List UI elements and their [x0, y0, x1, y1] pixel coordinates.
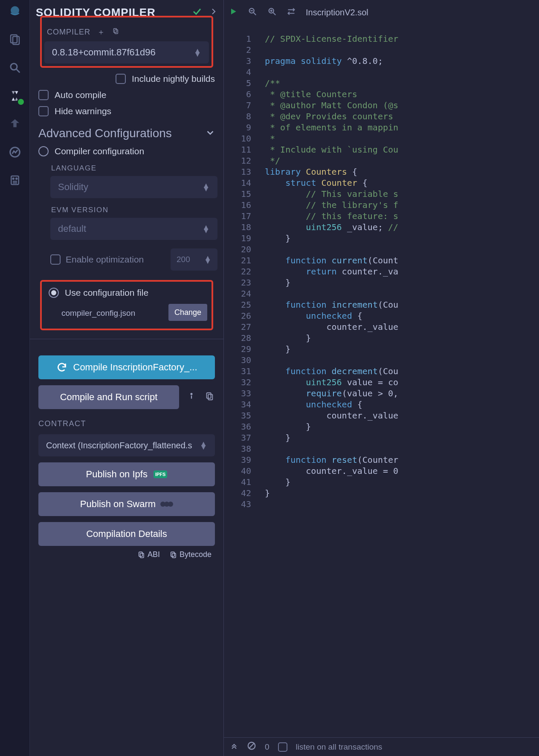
use-config-file-radio[interactable]	[49, 288, 59, 298]
enable-optimization-checkbox[interactable]	[50, 254, 61, 265]
compile-button[interactable]: Compile InscriptionFactory_...	[38, 355, 215, 379]
publish-swarm-button[interactable]: Publish on Swarm	[38, 492, 215, 516]
optimization-runs-value: 200	[177, 255, 190, 264]
code-editor: InscriptionV2.sol 1234567891011121314151…	[224, 0, 539, 756]
include-nightly-label: Include nightly builds	[132, 74, 215, 84]
copy-compiler-icon[interactable]	[112, 28, 119, 37]
select-arrows-icon: ▲▼	[202, 184, 210, 190]
ipfs-icon: IPFS	[154, 470, 167, 478]
optimization-runs-input[interactable]: 200 ▲▼	[171, 248, 217, 271]
svg-rect-15	[207, 392, 211, 398]
compiler-version-value: 0.8.18+commit.87f61d96	[52, 47, 156, 58]
evm-version-label: EVM VERSION	[51, 206, 217, 214]
swarm-icon	[162, 502, 173, 507]
include-nightly-checkbox[interactable]	[116, 74, 126, 84]
publish-swarm-label: Publish on Swarm	[80, 499, 156, 510]
hide-warnings-checkbox[interactable]	[38, 106, 49, 116]
editor-filename[interactable]: InscriptionV2.sol	[306, 8, 368, 17]
compiler-panel: SOLIDITY COMPILER COMPILER ＋	[30, 0, 224, 756]
zoom-in-icon[interactable]	[267, 7, 277, 18]
svg-rect-19	[171, 552, 174, 557]
search-icon[interactable]	[8, 61, 22, 75]
auto-compile-label: Auto compile	[55, 90, 106, 100]
hide-warnings-label: Hide warnings	[55, 106, 111, 116]
editor-toolbar: InscriptionV2.sol	[224, 0, 539, 25]
contract-label: CONTRACT	[38, 419, 215, 428]
compilation-details-label: Compilation Details	[86, 528, 167, 540]
select-arrows-icon: ▲▼	[194, 49, 201, 56]
svg-line-26	[273, 12, 276, 15]
svg-point-7	[12, 178, 14, 179]
config-file-highlight: Use configuration file compiler_config.j…	[40, 280, 213, 330]
compiler-version-select[interactable]: 0.8.18+commit.87f61d96 ▲▼	[44, 41, 209, 63]
info-icon[interactable]	[187, 392, 197, 403]
config-file-name: compiler_config.json	[61, 309, 135, 318]
advanced-config-toggle[interactable]: Advanced Configurations	[38, 127, 172, 140]
contract-select[interactable]: Context (InscriptionFactory_flattened.s …	[38, 434, 215, 456]
compiler-version-highlight: COMPILER ＋ 0.8.18+commit.87f61d96 ▲▼	[40, 16, 213, 68]
tx-count: 0	[265, 742, 270, 752]
plugin-manager-icon[interactable]	[8, 173, 22, 188]
compile-run-button[interactable]: Compile and Run script	[38, 385, 179, 409]
zoom-out-icon[interactable]	[248, 7, 257, 18]
clear-console-icon[interactable]	[247, 741, 256, 753]
refresh-icon	[56, 362, 67, 373]
abi-label: ABI	[148, 550, 160, 559]
stepper-arrows-icon: ▲▼	[204, 256, 212, 263]
remix-logo-icon[interactable]	[8, 4, 22, 19]
collapse-terminal-icon[interactable]	[230, 742, 238, 752]
svg-marker-21	[231, 9, 236, 14]
svg-rect-12	[115, 29, 118, 33]
contract-value: Context (InscriptionFactory_flattened.s	[46, 441, 192, 450]
select-arrows-icon: ▲▼	[200, 442, 207, 449]
compiler-config-label: Compiler configuration	[55, 146, 144, 156]
listen-tx-label: listen on all transactions	[296, 742, 383, 752]
compiler-ok-badge	[17, 98, 25, 106]
svg-point-3	[11, 63, 17, 70]
svg-line-30	[249, 744, 254, 748]
select-arrows-icon: ▲▼	[202, 225, 210, 232]
svg-line-4	[16, 69, 20, 73]
bytecode-label: Bytecode	[180, 550, 212, 559]
compilation-details-button[interactable]: Compilation Details	[38, 522, 215, 546]
evm-version-select[interactable]: default ▲▼	[50, 218, 217, 240]
svg-line-23	[254, 12, 256, 15]
svg-point-8	[16, 178, 17, 179]
language-select[interactable]: Solidity ▲▼	[50, 176, 217, 198]
evm-version-value: default	[58, 223, 86, 234]
copy-bytecode-button[interactable]: Bytecode	[169, 550, 212, 559]
debugger-icon[interactable]	[8, 145, 22, 159]
deploy-run-icon[interactable]	[8, 117, 22, 131]
svg-rect-11	[113, 29, 116, 32]
use-config-file-label: Use configuration file	[65, 288, 148, 298]
activity-bar	[0, 0, 30, 756]
source-code[interactable]: // SPDX-License-Identifier pragma solidi…	[257, 25, 539, 737]
enable-optimization-label: Enable optimization	[66, 254, 165, 265]
auto-compile-checkbox[interactable]	[38, 90, 49, 100]
language-label: LANGUAGE	[51, 164, 217, 173]
run-icon[interactable]	[229, 7, 238, 18]
svg-rect-16	[208, 394, 212, 400]
svg-point-14	[191, 393, 192, 395]
copy-icon[interactable]	[205, 392, 215, 403]
compiler-label: COMPILER	[47, 28, 90, 37]
copy-abi-button[interactable]: ABI	[137, 550, 160, 559]
compile-run-label: Compile and Run script	[60, 392, 158, 403]
listen-tx-checkbox[interactable]	[278, 742, 287, 752]
line-gutter: 1234567891011121314151617181920212223242…	[224, 25, 257, 737]
chevron-down-icon[interactable]	[206, 127, 215, 140]
editor-statusbar: 0 listen on all transactions	[224, 737, 539, 756]
solidity-compiler-icon[interactable]	[8, 89, 22, 103]
language-value: Solidity	[58, 182, 88, 193]
switch-file-icon[interactable]	[287, 7, 296, 18]
svg-rect-20	[172, 553, 176, 558]
change-config-button[interactable]: Change	[168, 304, 207, 321]
publish-ipfs-label: Publish on Ipfs	[86, 469, 148, 480]
compile-button-label: Compile InscriptionFactory_...	[73, 362, 197, 373]
svg-rect-17	[139, 552, 142, 557]
file-explorer-icon[interactable]	[8, 32, 22, 47]
compiler-config-radio[interactable]	[38, 146, 49, 156]
add-compiler-icon[interactable]: ＋	[97, 27, 105, 37]
publish-ipfs-button[interactable]: Publish on Ipfs IPFS	[38, 462, 215, 486]
svg-rect-18	[140, 553, 144, 558]
